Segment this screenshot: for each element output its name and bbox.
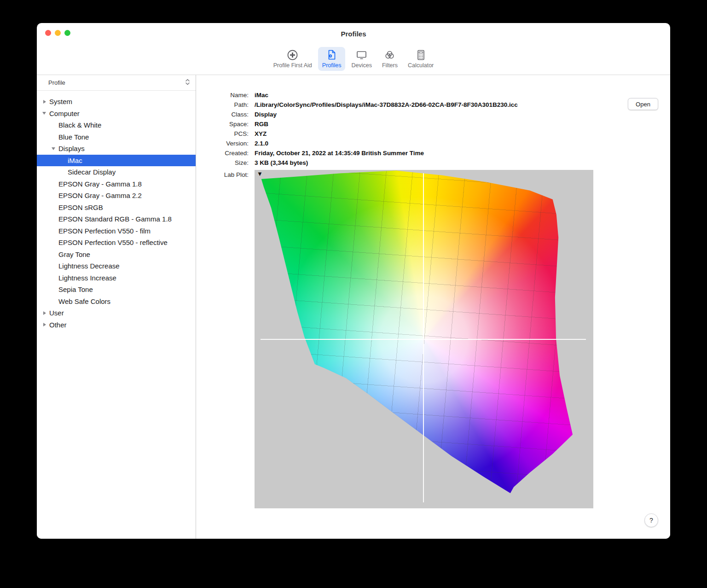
toolbar-item-label: Profile First Aid	[273, 62, 312, 69]
toolbar-item-label: Devices	[351, 62, 371, 69]
sidebar-item-label: User	[49, 309, 64, 317]
sidebar-item-label: Lightness Increase	[58, 274, 116, 282]
detail-field-value: RGB	[255, 119, 670, 129]
sidebar-item-epson-v550-reflective[interactable]: EPSON Perfection V550 - reflective	[37, 237, 196, 249]
detail-field-label: Version:	[196, 139, 255, 148]
help-button[interactable]: ?	[644, 513, 658, 527]
sidebar-item-label: EPSON Perfection V550 - film	[58, 227, 151, 235]
detail-field-label: Size:	[196, 158, 255, 168]
sidebar-item-epson-gray-gamma-22[interactable]: EPSON Gray - Gamma 2.2	[37, 190, 196, 202]
sidebar-item-user[interactable]: User	[37, 307, 196, 319]
sidebar-item-label: Displays	[58, 145, 85, 152]
sidebar-item-label: Other	[49, 321, 67, 329]
window-title: Profiles	[37, 23, 670, 45]
first-aid-plus-icon	[286, 49, 299, 61]
zoom-button[interactable]	[64, 30, 70, 36]
sidebar-item-label: Lightness Decrease	[58, 262, 120, 270]
plot-type-dropdown-icon[interactable]: ▼	[257, 170, 263, 177]
display-monitor-icon	[355, 49, 368, 61]
toolbar-item-profile-first-aid[interactable]: Profile First Aid	[269, 47, 316, 71]
profile-detail-pane: Open Name: iMac Path: /Library/ColorSync…	[196, 75, 670, 539]
detail-field-label: Created:	[196, 148, 255, 158]
profile-tree: System Computer Black & White Blue Tone …	[37, 91, 196, 331]
disclosure-triangle-icon[interactable]	[51, 147, 58, 150]
toolbar-item-label: Filters	[382, 62, 398, 69]
sidebar-item-blue-tone[interactable]: Blue Tone	[37, 131, 196, 143]
detail-field-value: Friday, October 21, 2022 at 14:35:49 Bri…	[255, 148, 670, 158]
detail-field-label: Space:	[196, 119, 255, 129]
titlebar: Profiles	[37, 23, 670, 43]
sidebar-item-label: System	[49, 98, 72, 105]
disclosure-triangle-icon[interactable]	[41, 100, 49, 104]
sidebar-item-gray-tone[interactable]: Gray Tone	[37, 249, 196, 261]
colorsync-utility-window: Profiles Profile First Aid Profiles Devi…	[37, 23, 670, 539]
detail-field-value: 2.1.0	[255, 139, 670, 148]
profile-sidebar: Profile System Computer Black & White Bl…	[37, 75, 196, 539]
sidebar-item-epson-standard-rgb[interactable]: EPSON Standard RGB - Gamma 1.8	[37, 213, 196, 225]
close-button[interactable]	[45, 30, 51, 36]
toolbar-item-devices[interactable]: Devices	[347, 47, 376, 71]
open-button[interactable]: Open	[628, 98, 658, 110]
sidebar-item-epson-v550-film[interactable]: EPSON Perfection V550 - film	[37, 225, 196, 237]
sidebar-item-system[interactable]: System	[37, 96, 196, 108]
sidebar-item-sidecar-display[interactable]: Sidecar Display	[37, 166, 196, 178]
sidebar-item-other[interactable]: Other	[37, 319, 196, 331]
toolbar: Profile First Aid Profiles Devices Filte…	[37, 43, 670, 75]
sidebar-header-label: Profile	[48, 79, 185, 86]
sidebar-item-epson-gray-gamma-18[interactable]: EPSON Gray - Gamma 1.8	[37, 178, 196, 190]
detail-field-value: Display	[255, 110, 670, 119]
sidebar-item-displays[interactable]: Displays	[37, 143, 196, 155]
detail-field-label: PCS:	[196, 129, 255, 139]
sidebar-item-label: EPSON Gray - Gamma 1.8	[58, 180, 142, 188]
lab-plot-label: Lab Plot:	[196, 170, 255, 508]
sidebar-item-black-white[interactable]: Black & White	[37, 119, 196, 131]
sidebar-item-label: iMac	[68, 157, 82, 164]
toolbar-item-profiles[interactable]: Profiles	[318, 47, 346, 71]
toolbar-item-label: Profiles	[322, 62, 342, 69]
sidebar-item-label: EPSON Standard RGB - Gamma 1.8	[58, 215, 172, 223]
sidebar-item-label: EPSON Perfection V550 - reflective	[58, 239, 168, 246]
sidebar-item-label: Sidecar Display	[68, 168, 116, 176]
disclosure-triangle-icon[interactable]	[41, 112, 49, 115]
sort-chevrons-icon[interactable]	[185, 78, 190, 87]
sidebar-item-label: Black & White	[58, 121, 101, 129]
sidebar-item-epson-srgb[interactable]: EPSON sRGB	[37, 202, 196, 214]
toolbar-item-label: Calculator	[408, 62, 434, 69]
profile-document-gear-icon	[325, 49, 338, 61]
minimize-button[interactable]	[55, 30, 61, 36]
calculator-icon	[415, 49, 427, 61]
detail-field-value: 3 KB (3,344 bytes)	[255, 158, 670, 168]
sidebar-item-label: Blue Tone	[58, 133, 89, 141]
sidebar-item-computer[interactable]: Computer	[37, 108, 196, 120]
detail-field-value: /Library/ColorSync/Profiles/Displays/iMa…	[255, 100, 670, 110]
traffic-lights	[45, 30, 70, 36]
crosshair-vertical	[423, 173, 424, 502]
sidebar-item-label: Web Safe Colors	[58, 297, 110, 305]
toolbar-item-calculator[interactable]: Calculator	[404, 47, 438, 71]
detail-field-value: XYZ	[255, 129, 670, 139]
detail-field-value: iMac	[255, 90, 670, 100]
sidebar-item-label: EPSON sRGB	[58, 204, 103, 211]
main-split-view: Profile System Computer Black & White Bl…	[37, 75, 670, 539]
detail-field-label: Class:	[196, 110, 255, 119]
disclosure-triangle-icon[interactable]	[41, 311, 49, 315]
sidebar-item-label: EPSON Gray - Gamma 2.2	[58, 192, 142, 199]
sidebar-item-lightness-increase[interactable]: Lightness Increase	[37, 272, 196, 284]
sidebar-item-imac[interactable]: iMac	[37, 155, 196, 167]
toolbar-item-filters[interactable]: Filters	[378, 47, 402, 71]
sidebar-item-web-safe-colors[interactable]: Web Safe Colors	[37, 296, 196, 308]
lab-plot-canvas[interactable]: ▼	[255, 170, 593, 508]
sidebar-item-label: Computer	[49, 110, 80, 117]
detail-field-label: Path:	[196, 100, 255, 110]
sidebar-item-lightness-decrease[interactable]: Lightness Decrease	[37, 260, 196, 272]
sidebar-item-label: Gray Tone	[58, 250, 90, 258]
lab-plot-section: Lab Plot: ▼	[196, 170, 670, 508]
sidebar-item-sepia-tone[interactable]: Sepia Tone	[37, 284, 196, 296]
overlapping-circles-icon	[383, 49, 396, 61]
sidebar-item-label: Sepia Tone	[58, 285, 93, 293]
disclosure-triangle-icon[interactable]	[41, 323, 49, 326]
profile-details: Name: iMac Path: /Library/ColorSync/Prof…	[196, 90, 670, 168]
sidebar-header: Profile	[37, 75, 196, 91]
detail-field-label: Name:	[196, 90, 255, 100]
